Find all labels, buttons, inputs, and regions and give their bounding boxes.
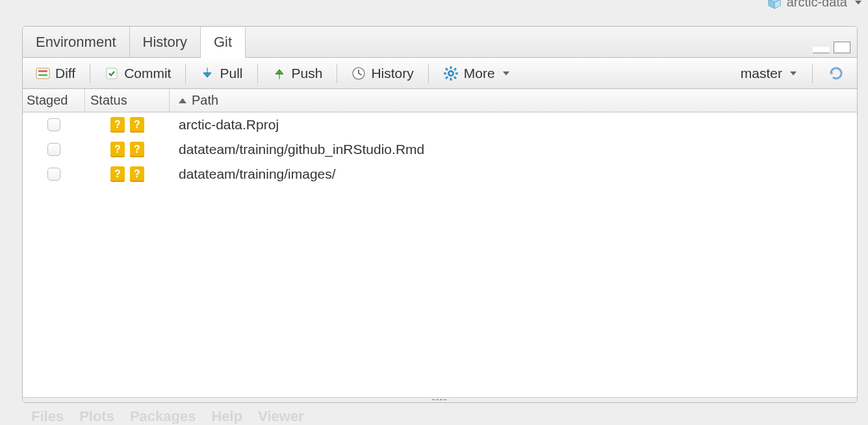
svg-line-16 [454, 68, 456, 70]
tab-packages-lower[interactable]: Packages [130, 408, 196, 424]
svg-point-17 [450, 72, 452, 75]
separator [428, 64, 429, 83]
push-button[interactable]: Push [264, 63, 331, 84]
more-button[interactable]: More [435, 63, 517, 84]
more-label: More [464, 66, 495, 81]
table-row[interactable]: ? ? datateam/training/github_inRStudio.R… [23, 137, 857, 162]
separator [185, 64, 186, 83]
col-path[interactable]: Path [170, 93, 857, 108]
pull-icon [200, 66, 214, 81]
sort-asc-icon [179, 98, 186, 103]
cube-icon [767, 0, 782, 10]
svg-rect-3 [36, 68, 49, 79]
tab-viewer-lower[interactable]: Viewer [258, 408, 304, 424]
push-icon [272, 66, 287, 81]
push-label: Push [292, 66, 323, 81]
file-list: ? ? arctic-data.Rproj ? ? datateam/train… [23, 112, 857, 397]
tab-history[interactable]: History [130, 27, 201, 57]
tab-git[interactable]: Git [201, 27, 246, 58]
col-path-label: Path [192, 93, 218, 108]
file-path: datateam/training/github_inRStudio.Rmd [170, 142, 857, 157]
clock-icon [351, 66, 366, 81]
chevron-down-icon [790, 71, 797, 75]
status-untracked-icon: ? [130, 142, 144, 157]
maximize-pane-icon[interactable] [834, 42, 850, 53]
commit-button[interactable]: Commit [97, 63, 179, 84]
status-untracked-icon: ? [110, 117, 125, 133]
status-untracked-icon: ? [130, 166, 144, 182]
table-row[interactable]: ? ? datateam/training/images/ [23, 162, 857, 187]
svg-line-13 [446, 68, 448, 70]
separator [812, 64, 813, 83]
status-untracked-icon: ? [130, 117, 144, 133]
refresh-button[interactable] [821, 63, 852, 84]
grip-icon [432, 399, 448, 401]
gear-icon [443, 66, 459, 81]
refresh-icon [828, 66, 844, 81]
pull-label: Pull [220, 66, 242, 81]
lower-pane-tabs: Files Plots Packages Help Viewer [22, 408, 858, 424]
svg-rect-5 [38, 74, 47, 76]
file-table-header: Staged Status Path [23, 89, 857, 112]
commit-icon [105, 66, 119, 81]
table-row[interactable]: ? ? arctic-data.Rproj [23, 112, 857, 137]
git-panel: Environment History Git Diff Commit Pul [22, 26, 858, 403]
tab-files-lower[interactable]: Files [31, 408, 64, 424]
tab-plots-lower[interactable]: Plots [79, 408, 114, 424]
pull-button[interactable]: Pull [192, 63, 250, 84]
tab-help-lower[interactable]: Help [211, 408, 242, 424]
pane-tabs: Environment History Git [23, 27, 857, 58]
diff-icon [36, 67, 50, 80]
separator [257, 64, 258, 83]
staged-checkbox[interactable] [47, 143, 60, 156]
splitter[interactable] [23, 397, 857, 402]
file-path: arctic-data.Rproj [170, 117, 857, 133]
file-path: datateam/training/images/ [170, 166, 857, 182]
project-selector[interactable]: arctic-data [767, 0, 862, 10]
git-toolbar: Diff Commit Pull Push Hi [23, 58, 857, 89]
history-label: History [371, 66, 413, 81]
branch-selector[interactable]: master [733, 63, 804, 84]
minimize-pane-icon[interactable] [813, 47, 830, 53]
diff-button[interactable]: Diff [28, 63, 83, 84]
project-name: arctic-data [787, 0, 847, 10]
col-status[interactable]: Status [85, 89, 170, 112]
chevron-down-icon [855, 1, 862, 5]
staged-checkbox[interactable] [47, 118, 60, 131]
svg-line-14 [454, 77, 456, 79]
chevron-down-icon [503, 71, 509, 75]
svg-line-15 [446, 77, 448, 79]
col-staged[interactable]: Staged [23, 89, 85, 112]
staged-checkbox[interactable] [47, 168, 60, 181]
commit-label: Commit [124, 66, 171, 81]
separator [90, 64, 90, 83]
svg-rect-4 [38, 70, 47, 72]
status-untracked-icon: ? [110, 166, 125, 182]
separator [337, 64, 337, 83]
branch-name: master [741, 66, 782, 81]
status-untracked-icon: ? [110, 142, 125, 157]
tab-environment[interactable]: Environment [23, 27, 130, 57]
history-button[interactable]: History [344, 63, 421, 84]
diff-label: Diff [55, 66, 75, 81]
